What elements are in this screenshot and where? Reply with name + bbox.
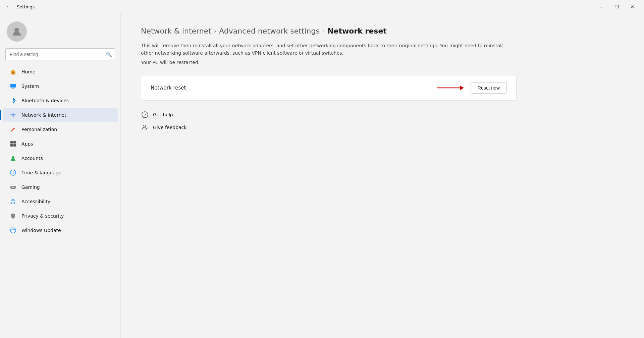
personalization-label: Personalization xyxy=(21,127,57,132)
svg-rect-7 xyxy=(13,141,16,144)
title-bar-left: ← Settings xyxy=(4,2,35,11)
get-help-link[interactable]: ? Get help xyxy=(141,111,624,119)
page-subtitle: Your PC will be restarted. xyxy=(141,60,624,65)
svg-point-20 xyxy=(143,125,146,128)
sidebar-item-gaming[interactable]: Gaming xyxy=(3,180,118,194)
search-input[interactable] xyxy=(5,48,115,60)
give-feedback-link[interactable]: Give feedback xyxy=(141,123,624,131)
svg-rect-2 xyxy=(10,84,16,88)
home-label: Home xyxy=(21,69,35,74)
breadcrumb-advanced[interactable]: Advanced network settings xyxy=(219,27,320,35)
update-label: Windows Update xyxy=(21,228,61,233)
sidebar: 🔍 HomeSystemBluetooth & devicesNetwork &… xyxy=(0,13,121,338)
breadcrumb: Network & internet › Advanced network se… xyxy=(141,27,624,35)
helper-links: ? Get help Give feedback xyxy=(141,111,624,131)
network-label: Network & internet xyxy=(21,112,66,118)
svg-rect-3 xyxy=(12,88,14,89)
breadcrumb-network[interactable]: Network & internet xyxy=(141,27,211,35)
apps-icon xyxy=(9,140,17,148)
breadcrumb-sep-2: › xyxy=(322,27,325,35)
maximize-button[interactable]: ❐ xyxy=(609,1,625,12)
svg-point-5 xyxy=(12,115,14,117)
svg-point-10 xyxy=(12,156,14,159)
get-help-icon: ? xyxy=(141,111,149,119)
network-reset-card: Network reset Reset now xyxy=(141,75,517,101)
sidebar-item-time[interactable]: Time & language xyxy=(3,166,118,180)
main-content: Network & internet › Advanced network se… xyxy=(121,13,644,338)
time-label: Time & language xyxy=(21,170,61,175)
sidebar-item-apps[interactable]: Apps xyxy=(3,137,118,151)
svg-point-14 xyxy=(12,199,14,200)
breadcrumb-sep-1: › xyxy=(214,27,216,35)
back-button[interactable]: ← xyxy=(4,2,13,11)
sidebar-item-personalization[interactable]: Personalization xyxy=(3,122,118,136)
window-controls: – ❐ ✕ xyxy=(594,1,640,12)
sidebar-item-home[interactable]: Home xyxy=(3,65,118,79)
accounts-label: Accounts xyxy=(21,156,43,161)
apps-label: Apps xyxy=(21,141,33,147)
privacy-label: Privacy & security xyxy=(21,213,64,219)
close-button[interactable]: ✕ xyxy=(625,1,640,12)
time-icon xyxy=(9,169,17,176)
gaming-icon xyxy=(9,183,17,191)
svg-point-15 xyxy=(10,228,16,233)
give-feedback-icon xyxy=(141,123,149,131)
sidebar-item-accounts[interactable]: Accounts xyxy=(3,151,118,165)
system-icon xyxy=(9,82,17,90)
sidebar-item-accessibility[interactable]: Accessibility xyxy=(3,194,118,209)
svg-text:?: ? xyxy=(144,113,146,117)
personalization-icon xyxy=(9,126,17,133)
privacy-icon xyxy=(9,212,17,220)
network-icon xyxy=(9,111,17,119)
system-label: System xyxy=(21,83,39,89)
svg-rect-4 xyxy=(11,89,15,90)
get-help-label: Get help xyxy=(153,112,173,117)
svg-rect-1 xyxy=(12,72,14,74)
svg-rect-6 xyxy=(10,141,13,144)
reset-card-label: Network reset xyxy=(151,85,186,91)
svg-point-13 xyxy=(14,187,15,188)
sidebar-item-system[interactable]: System xyxy=(3,79,118,93)
page-description: This will remove then reinstall all your… xyxy=(141,42,510,57)
bluetooth-icon xyxy=(9,97,17,104)
breadcrumb-current: Network reset xyxy=(327,27,387,35)
avatar xyxy=(7,21,27,42)
red-arrow-icon xyxy=(437,84,464,92)
update-icon xyxy=(9,227,17,234)
bluetooth-label: Bluetooth & devices xyxy=(21,98,69,103)
svg-marker-17 xyxy=(460,86,464,90)
reset-now-button[interactable]: Reset now xyxy=(471,82,507,94)
sidebar-item-network[interactable]: Network & internet xyxy=(3,108,118,122)
nav-list: HomeSystemBluetooth & devicesNetwork & i… xyxy=(0,64,120,238)
search-box[interactable]: 🔍 xyxy=(5,48,115,60)
svg-rect-9 xyxy=(13,144,16,147)
accessibility-label: Accessibility xyxy=(21,199,50,204)
home-icon xyxy=(9,68,17,75)
accessibility-icon xyxy=(9,198,17,205)
give-feedback-label: Give feedback xyxy=(153,125,186,130)
reset-card-right: Reset now xyxy=(437,82,507,94)
user-avatar-area xyxy=(0,17,120,48)
title-bar: ← Settings – ❐ ✕ xyxy=(0,0,644,13)
app-title: Settings xyxy=(17,4,35,9)
gaming-label: Gaming xyxy=(21,184,40,190)
accounts-icon xyxy=(9,155,17,162)
sidebar-item-privacy[interactable]: Privacy & security xyxy=(3,209,118,223)
sidebar-item-bluetooth[interactable]: Bluetooth & devices xyxy=(3,94,118,108)
sidebar-item-update[interactable]: Windows Update xyxy=(3,223,118,237)
svg-rect-8 xyxy=(10,144,13,147)
minimize-button[interactable]: – xyxy=(594,1,609,12)
app-body: 🔍 HomeSystemBluetooth & devicesNetwork &… xyxy=(0,13,644,338)
